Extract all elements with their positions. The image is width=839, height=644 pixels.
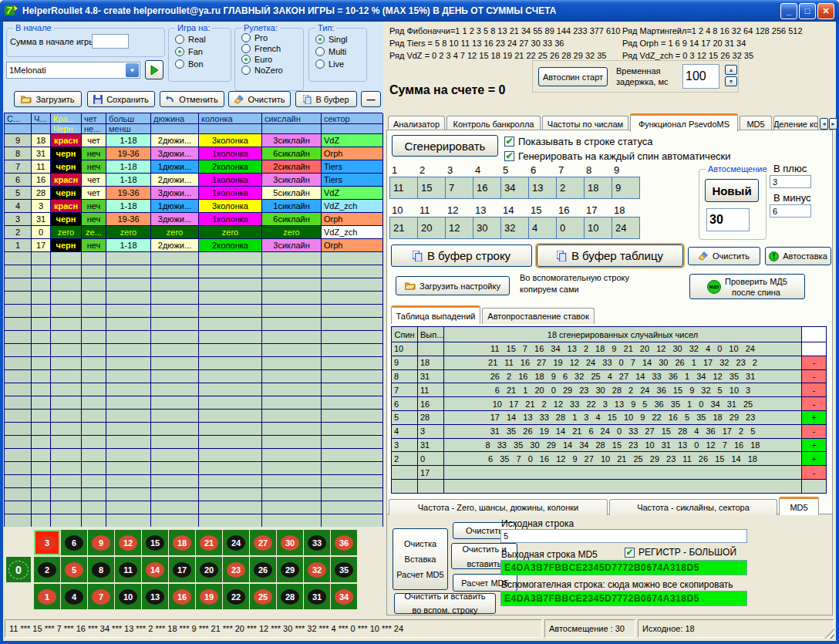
autoshift-value[interactable]: 30 — [706, 208, 750, 231]
roulette-number-7[interactable]: 7 — [88, 584, 114, 609]
left-table-cell — [199, 423, 262, 436]
titlebar[interactable]: 7 HelperRoullet 4.8- create helperroulle… — [0, 0, 839, 22]
radio-pro[interactable]: Pro — [241, 33, 303, 42]
buffer-table-button[interactable]: В буфер таблицу — [537, 244, 683, 267]
play-button[interactable] — [145, 60, 163, 79]
autobet-button[interactable]: ! Автоставка — [765, 247, 831, 265]
tab-freq-sixline[interactable]: Частота - сиклайны, сектора — [609, 499, 777, 515]
tab-scroll-right-icon[interactable]: ► — [829, 118, 837, 130]
clear-button[interactable]: Очистить — [228, 91, 291, 107]
roulette-number-10[interactable]: 10 — [115, 584, 141, 609]
roulette-number-35[interactable]: 35 — [331, 557, 357, 582]
left-table-cell — [199, 318, 262, 331]
roulette-number-13[interactable]: 13 — [142, 584, 168, 609]
roulette-number-11[interactable]: 11 — [115, 557, 141, 582]
roulette-number-19[interactable]: 19 — [196, 584, 222, 609]
radio-live[interactable]: Live — [315, 59, 366, 69]
roulette-number-15[interactable]: 15 — [142, 530, 168, 555]
spinner-up-icon[interactable]: ▲ — [725, 65, 737, 75]
collapse-button[interactable]: — — [361, 91, 381, 107]
roulette-number-24[interactable]: 24 — [223, 530, 249, 555]
spinner-down-icon[interactable]: ▼ — [725, 76, 737, 86]
roulette-number-3[interactable]: 3 — [34, 530, 60, 555]
tab-freq-zero[interactable]: Частота - Zero, шансы, дюжины, колонки — [389, 499, 608, 515]
roulette-number-25[interactable]: 25 — [250, 584, 276, 609]
radio-french[interactable]: French — [241, 44, 303, 53]
save-button[interactable]: Сохранить — [87, 91, 155, 107]
radio-nozero[interactable]: NoZero — [241, 66, 303, 75]
radio-singl[interactable]: Singl — [315, 35, 366, 44]
tab-psevdoms[interactable]: Функционал PsevdoMS — [630, 113, 738, 132]
left-table-cell-number: 11 — [32, 160, 51, 174]
autospin-start-button[interactable]: Автоспин старт — [538, 67, 608, 86]
roulette-number-18[interactable]: 18 — [169, 530, 195, 555]
roulette-number-6[interactable]: 6 — [61, 530, 87, 555]
roulette-number-26[interactable]: 26 — [250, 557, 276, 582]
roulette-number-20[interactable]: 20 — [196, 557, 222, 582]
spin-table-cell-out: 3 — [418, 425, 444, 439]
md5-aux-field[interactable]: E4DA3B7FBBCE2345D7772B0674A318D5 — [500, 591, 747, 606]
roulette-number-29[interactable]: 29 — [277, 557, 303, 582]
autoshift-new-button[interactable]: Новый — [705, 179, 759, 202]
minus-input[interactable]: 6 — [770, 204, 811, 217]
load-button[interactable]: Загрузить — [14, 91, 82, 107]
roulette-number-17[interactable]: 17 — [169, 557, 195, 582]
close-button[interactable]: ✕ — [817, 3, 834, 19]
roulette-zero[interactable]: 0 — [6, 557, 31, 582]
maximize-button[interactable]: □ — [799, 3, 816, 19]
generate-button[interactable]: Сгенерировать — [392, 135, 498, 157]
roulette-number-2[interactable]: 2 — [34, 557, 60, 582]
preset-combo[interactable]: 1Melonati ▼ — [6, 62, 140, 79]
radio-fan[interactable]: Fan — [175, 47, 231, 56]
check-md5-button[interactable]: МД5 Проверить МД5после спина — [689, 274, 805, 299]
buffer-table-button-label: В буфер таблицу — [571, 249, 663, 262]
radio-euro[interactable]: Euro — [241, 55, 303, 64]
md5-clear-paste-aux-button[interactable]: Очистить и вставитьво вспом. строку — [394, 593, 496, 614]
roulette-number-9[interactable]: 9 — [88, 530, 114, 555]
roulette-number-12[interactable]: 12 — [115, 530, 141, 555]
to-buffer-button[interactable]: В буфер — [295, 91, 357, 107]
tab-freq-md5[interactable]: MD5 — [779, 497, 819, 515]
tab-spin-table[interactable]: Таблица выпадений — [391, 305, 480, 324]
plus-input[interactable]: 3 — [770, 175, 811, 188]
chevron-down-icon[interactable]: ▼ — [126, 63, 139, 77]
roulette-number-4[interactable]: 4 — [61, 584, 87, 609]
roulette-number-27[interactable]: 27 — [250, 530, 276, 555]
roulette-number-36[interactable]: 36 — [331, 530, 357, 555]
roulette-number-22[interactable]: 22 — [223, 584, 249, 609]
radio-bon[interactable]: Bon — [175, 59, 231, 69]
cb-show-status[interactable]: ✔Показывать в строке статуса — [504, 136, 653, 147]
radio-multi[interactable]: Multi — [315, 47, 366, 56]
md5-out-field[interactable]: E4DA3B7FBBCE2345D7772B0674A318D5 — [500, 560, 747, 575]
roulette-number-31[interactable]: 31 — [304, 584, 330, 609]
roulette-number-1[interactable]: 1 — [34, 584, 60, 609]
roulette-number-28[interactable]: 28 — [277, 584, 303, 609]
roulette-number-34[interactable]: 34 — [331, 584, 357, 609]
left-table-cell — [151, 383, 199, 396]
clear-gen-button[interactable]: Очистить — [688, 247, 760, 265]
cb-auto-generate[interactable]: ✔Генерировать на каждый спин автоматичес… — [504, 150, 731, 162]
roulette-number-5[interactable]: 5 — [61, 557, 87, 582]
roulette-number-23[interactable]: 23 — [223, 557, 249, 582]
roulette-number-16[interactable]: 16 — [169, 584, 195, 609]
roulette-number-33[interactable]: 33 — [304, 530, 330, 555]
buffer-row-button[interactable]: В буфер строку — [391, 244, 532, 267]
roulette-number-21[interactable]: 21 — [196, 530, 222, 555]
load-settings-button[interactable]: Загрузить настройку — [396, 276, 510, 295]
roulette-number-32[interactable]: 32 — [304, 557, 330, 582]
tab-scroll-left-icon[interactable]: ◄ — [820, 118, 828, 130]
roulette-number-14[interactable]: 14 — [142, 557, 168, 582]
md5-big-button[interactable]: ОчисткаВставкаРасчет MD5 — [393, 528, 448, 590]
undo-button[interactable]: Отменить — [160, 91, 224, 107]
md5-src-input[interactable]: 5 — [500, 529, 747, 543]
roulette-number-30[interactable]: 30 — [277, 530, 303, 555]
start-sum-input[interactable] — [92, 34, 129, 49]
delay-input[interactable]: 100 — [682, 64, 719, 89]
left-table-cell — [322, 396, 383, 410]
left-table-cell: неч — [82, 239, 106, 252]
minimize-button[interactable]: _ — [780, 3, 797, 19]
roulette-number-8[interactable]: 8 — [88, 557, 114, 582]
cb-uppercase[interactable]: ✔РЕГИСТР - БОЛЬШОЙ — [625, 547, 736, 558]
radio-real[interactable]: Real — [175, 35, 231, 44]
tab-autobets[interactable]: Автопроставление ставок — [482, 308, 595, 324]
